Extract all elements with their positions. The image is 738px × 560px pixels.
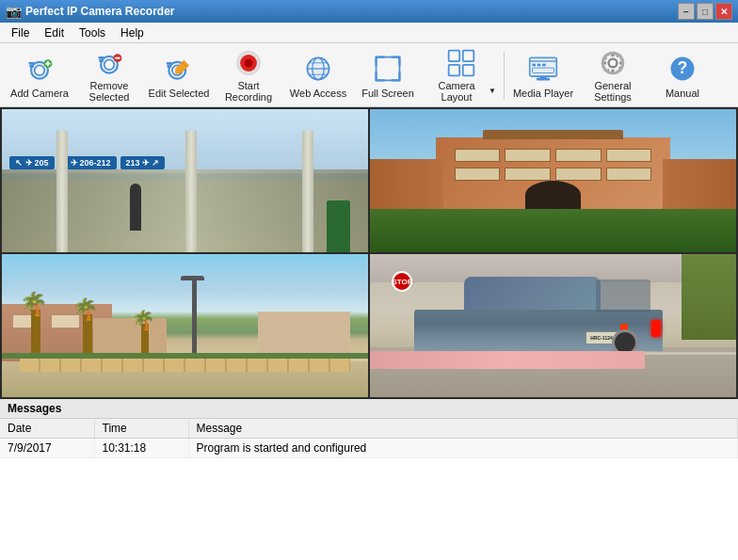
svg-rect-10 (98, 56, 104, 58)
full-screen-icon (371, 52, 405, 86)
full-screen-label: Full Screen (361, 88, 414, 99)
camera-feed-2[interactable] (370, 109, 736, 252)
maximize-button[interactable]: □ (697, 3, 714, 20)
window (606, 149, 652, 162)
windows-row-2 (455, 168, 651, 181)
rear-window (596, 280, 650, 312)
start-recording-button[interactable]: Start Recording (215, 47, 282, 104)
full-screen-button[interactable]: Full Screen (354, 47, 422, 104)
manual-label: Manual (666, 88, 699, 99)
toolbar-separator (504, 52, 505, 99)
remove-selected-label: Remove Selected (78, 80, 140, 103)
menu-edit[interactable]: Edit (37, 24, 72, 41)
grass-strip (2, 353, 368, 359)
web-access-button[interactable]: Web Access (284, 47, 352, 104)
add-camera-icon (23, 52, 56, 86)
edit-selected-button[interactable]: Edit Selected (145, 47, 213, 104)
svg-rect-40 (537, 77, 550, 80)
windows-row-1 (455, 149, 651, 162)
general-settings-button[interactable]: General Settings (579, 47, 647, 104)
window (555, 149, 602, 162)
start-recording-label: Start Recording (217, 80, 280, 103)
app-icon: 📷 (6, 4, 22, 19)
side-building-left (370, 159, 443, 209)
table-header-row: Date Time Message (0, 419, 738, 439)
svg-rect-3 (28, 61, 34, 64)
camera-layout-button[interactable]: Camera Layout ▼ (424, 47, 499, 104)
media-player-button[interactable]: Media Player (509, 47, 577, 104)
menu-help[interactable]: Help (113, 24, 152, 41)
svg-rect-15 (168, 64, 171, 68)
camera-grid: ↖ ✈205 ↑ ✈206-212 213✈ ↗ (0, 107, 738, 399)
add-camera-button[interactable]: Add Camera (6, 47, 73, 104)
menu-tools[interactable]: Tools (72, 24, 113, 41)
minimize-button[interactable]: − (678, 3, 695, 20)
svg-rect-2 (29, 64, 33, 68)
svg-rect-29 (463, 50, 474, 61)
svg-rect-16 (167, 61, 172, 64)
messages-header: Messages (0, 399, 738, 419)
camera-2-scene (370, 109, 736, 252)
airport-sign-3: 213✈ ↗ (120, 156, 166, 169)
camera-feed-4[interactable]: STOP HRC-1124 (370, 254, 736, 397)
toolbar: Add Camera Remove Selected (0, 43, 738, 107)
main-building (436, 137, 670, 209)
plant (327, 200, 350, 252)
svg-text:?: ? (678, 58, 688, 77)
roof-detail (483, 130, 623, 139)
person-silhouette (130, 184, 141, 231)
svg-rect-35 (532, 63, 536, 66)
pillar-3 (302, 131, 313, 252)
app-title: Perfect IP Camera Recorder (25, 5, 175, 18)
cell-date: 7/9/2017 (0, 439, 94, 458)
col-date: Date (0, 419, 94, 439)
cell-message: Program is started and configured (188, 439, 738, 458)
manual-icon: ? (666, 52, 699, 86)
arch-door (525, 181, 582, 209)
camera-layout-icon (444, 48, 478, 78)
fence-vegetation (682, 254, 736, 340)
cell-time: 10:31:18 (94, 439, 188, 458)
manual-button[interactable]: ? Manual (649, 47, 716, 104)
tail-light-right (651, 320, 661, 337)
title-bar: 📷 Perfect IP Camera Recorder − □ ✕ (0, 0, 738, 23)
svg-point-26 (307, 57, 329, 79)
messages-table: Date Time Message 7/9/2017 10:31:18 Prog… (0, 419, 738, 458)
messages-title: Messages (8, 402, 61, 415)
svg-rect-36 (537, 63, 541, 66)
stop-sign: STOP (392, 271, 412, 292)
web-access-label: Web Access (290, 88, 346, 99)
svg-rect-27 (377, 56, 400, 80)
start-recording-icon (232, 48, 265, 78)
web-access-icon (301, 52, 335, 86)
pillar-1 (56, 131, 68, 252)
airport-sign-1: ↖ ✈205 (9, 156, 55, 169)
camera-feed-1[interactable]: ↖ ✈205 ↑ ✈206-212 213✈ ↗ (2, 109, 368, 252)
pillar-2 (185, 131, 197, 252)
close-button[interactable]: ✕ (715, 3, 732, 20)
svg-rect-37 (542, 63, 546, 66)
camera-3-scene: 🌴 🌴 🌴 (2, 254, 368, 397)
general-settings-label: General Settings (582, 80, 644, 103)
edit-selected-icon (162, 52, 196, 86)
window-controls: − □ ✕ (678, 3, 732, 20)
remove-selected-button[interactable]: Remove Selected (75, 47, 143, 104)
menu-file[interactable]: File (4, 24, 37, 41)
window (606, 168, 652, 181)
window (505, 149, 551, 162)
window (455, 149, 501, 162)
car-body: HRC-1124 (414, 280, 664, 351)
camera-layout-label-row: Camera Layout ▼ (426, 80, 496, 103)
col-time: Time (94, 419, 188, 439)
svg-point-1 (35, 65, 45, 75)
col-message: Message (188, 419, 738, 439)
camera-1-scene: ↖ ✈205 ↑ ✈206-212 213✈ ↗ (2, 109, 368, 252)
car-roof (464, 277, 601, 312)
window (505, 168, 551, 181)
media-player-icon (526, 52, 560, 86)
remove-selected-icon (92, 48, 126, 78)
svg-rect-9 (99, 58, 103, 62)
window (555, 168, 602, 181)
camera-feed-3[interactable]: 🌴 🌴 🌴 (2, 254, 368, 397)
edit-selected-label: Edit Selected (149, 88, 210, 99)
